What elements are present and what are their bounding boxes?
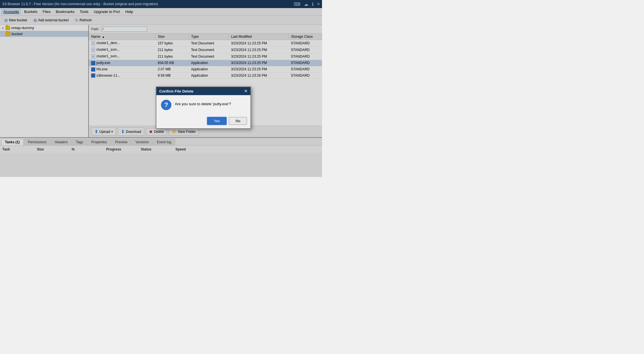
dialog-question-icon: ? <box>161 100 171 110</box>
dialog-buttons: Yes No <box>156 115 250 128</box>
dialog-yes-button[interactable]: Yes <box>207 117 226 125</box>
dialog-no-button[interactable]: No <box>229 117 247 125</box>
dialog-body: ? Are you sure to delete 'putty.exe'? <box>156 95 250 115</box>
dialog-message: Are you sure to delete 'putty.exe'? <box>175 100 231 107</box>
dialog-title: Confirm File Delete <box>159 89 193 93</box>
dialog-overlay: Confirm File Delete ✕ ? Are you sure to … <box>0 0 322 177</box>
confirm-delete-dialog: Confirm File Delete ✕ ? Are you sure to … <box>156 86 251 129</box>
dialog-close-button[interactable]: ✕ <box>244 89 248 93</box>
dialog-title-bar: Confirm File Delete ✕ <box>156 87 250 95</box>
